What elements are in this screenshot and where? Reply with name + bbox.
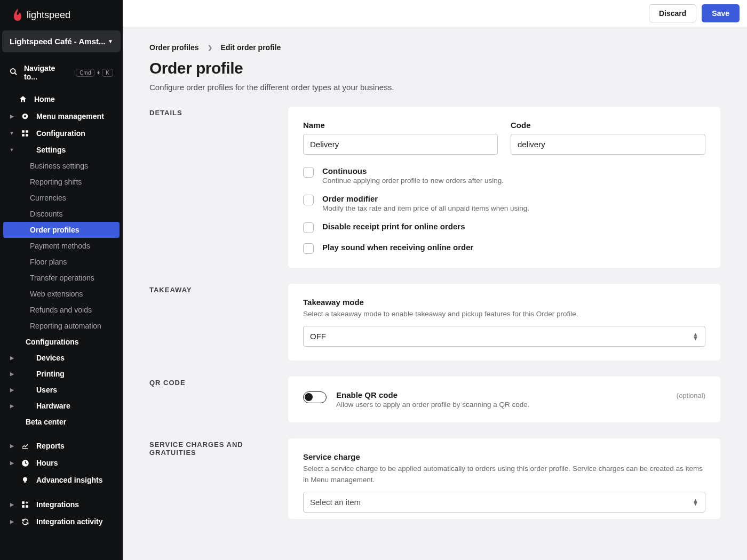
nav-users[interactable]: ▶ Users (0, 382, 123, 398)
caret-right-icon: ▶ (10, 502, 14, 507)
nav-configurations[interactable]: Configurations (0, 334, 123, 350)
breadcrumb: Order profiles ❯ Edit order profile (149, 43, 720, 52)
takeaway-desc: Select a takeaway mode to enable takeawa… (303, 309, 705, 319)
continuous-checkbox[interactable] (303, 167, 314, 178)
nav-advanced-insights[interactable]: Advanced insights (0, 471, 123, 489)
breadcrumb-order-profiles[interactable]: Order profiles (149, 43, 199, 52)
disable-print-checkbox[interactable] (303, 222, 314, 233)
nav-transfer-operations[interactable]: Transfer operations (0, 270, 123, 286)
service-value: Select an item (310, 498, 361, 507)
nav-floor-plans[interactable]: Floor plans (0, 254, 123, 270)
play-sound-label: Play sound when receiving online order (322, 243, 705, 252)
nav: Home ▶ Menu management ▼ Configuration ▼… (0, 87, 123, 530)
service-heading: Service charge (303, 452, 705, 461)
nav-currencies[interactable]: Currencies (0, 190, 123, 206)
caret-down-icon: ▼ (10, 131, 14, 136)
disable-print-label: Disable receipt print for online orders (322, 222, 705, 231)
qr-optional: (optional) (677, 391, 705, 399)
takeaway-value: OFF (310, 332, 326, 341)
caret-right-icon: ▶ (10, 387, 14, 393)
nav-payment-methods[interactable]: Payment methods (0, 238, 123, 254)
nav-discounts[interactable]: Discounts (0, 206, 123, 222)
home-icon (18, 95, 28, 103)
business-selector[interactable]: Lightspeed Café - Amst... ▼ (2, 30, 121, 52)
caret-right-icon: ▶ (10, 403, 14, 409)
nav-beta-center[interactable]: Beta center (0, 414, 123, 430)
nav-printing[interactable]: ▶ Printing (0, 366, 123, 382)
nav-reporting-automation[interactable]: Reporting automation (0, 318, 123, 334)
svg-rect-7 (26, 134, 28, 137)
name-input[interactable] (303, 134, 498, 155)
content: Order profiles ❯ Edit order profile Orde… (123, 27, 747, 560)
section-label-details: DETAILS (149, 107, 267, 268)
caret-right-icon: ▶ (10, 355, 14, 361)
qr-toggle[interactable] (303, 391, 327, 403)
discard-button[interactable]: Discard (649, 4, 696, 22)
svg-line-1 (14, 73, 17, 75)
nav-menu-management[interactable]: ▶ Menu management (0, 108, 123, 125)
nav-hours[interactable]: ▶ Hours (0, 454, 123, 471)
updown-icon: ▲▼ (693, 499, 698, 506)
svg-rect-4 (22, 130, 25, 133)
svg-rect-5 (26, 130, 28, 133)
chevron-right-icon: ❯ (208, 44, 212, 51)
nav-business-settings[interactable]: Business settings (0, 158, 123, 174)
service-select[interactable]: Select an item ▲▼ (303, 492, 705, 513)
section-label-takeaway: TAKEAWAY (149, 284, 267, 361)
page-subtitle: Configure order profiles for the differe… (149, 83, 720, 92)
nav-integration-activity[interactable]: ▶ Integration activity (0, 513, 123, 530)
clock-icon (20, 459, 30, 467)
takeaway-heading: Takeaway mode (303, 298, 705, 307)
modifier-desc: Modify the tax rate and item price of al… (322, 204, 705, 212)
nav-web-extensions[interactable]: Web extensions (0, 286, 123, 302)
nav-order-profiles[interactable]: Order profiles (3, 222, 120, 238)
details-card: Name Code Continuous Continue applying o… (288, 107, 720, 268)
qr-heading: Enable QR code (336, 390, 398, 399)
menu-icon (20, 112, 30, 121)
nav-hardware[interactable]: ▶ Hardware (0, 398, 123, 414)
code-input[interactable] (511, 134, 705, 155)
section-label-qrcode: QR CODE (149, 377, 267, 422)
page-title: Order profile (149, 59, 720, 77)
caret-right-icon: ▶ (10, 519, 14, 524)
svg-rect-6 (22, 134, 25, 137)
takeaway-select[interactable]: OFF ▲▼ (303, 326, 705, 347)
play-sound-checkbox[interactable] (303, 243, 314, 254)
nav-configuration[interactable]: ▼ Configuration (0, 125, 123, 142)
svg-point-0 (11, 69, 15, 74)
nav-reporting-shifts[interactable]: Reporting shifts (0, 174, 123, 190)
svg-rect-13 (22, 505, 25, 508)
updown-icon: ▲▼ (693, 333, 698, 340)
nav-devices[interactable]: ▶ Devices (0, 350, 123, 366)
business-name: Lightspeed Café - Amst... (10, 37, 105, 46)
nav-refunds-voids[interactable]: Refunds and voids (0, 302, 123, 318)
service-card: Service charge Select a service charge t… (288, 438, 720, 519)
continuous-label: Continuous (322, 166, 705, 175)
order-modifier-checkbox[interactable] (303, 195, 314, 205)
caret-down-icon: ▼ (10, 147, 14, 153)
nav-reports[interactable]: ▶ Reports (0, 437, 123, 454)
sidebar: lightspeed Lightspeed Café - Amst... ▼ N… (0, 0, 123, 560)
qrcode-card: Enable QR code (optional) Allow users to… (288, 377, 720, 422)
section-label-service: SERVICE CHARGES AND GRATUITIES (149, 438, 267, 519)
nav-integrations[interactable]: ▶ Integrations (0, 496, 123, 513)
navigate-label: Navigate to... (24, 64, 69, 81)
nav-settings[interactable]: ▼ Settings (0, 142, 123, 158)
grid-icon (20, 130, 30, 137)
name-label: Name (303, 121, 498, 130)
save-button[interactable]: Save (702, 4, 740, 22)
breadcrumb-current: Edit order profile (221, 43, 281, 52)
plus-grid-icon (20, 501, 30, 508)
nav-home[interactable]: Home (0, 91, 123, 108)
brand-logo[interactable]: lightspeed (0, 0, 123, 28)
svg-rect-12 (22, 501, 25, 504)
svg-rect-14 (26, 505, 28, 508)
kbd-hint: Cmd + K (76, 69, 113, 77)
svg-rect-11 (24, 482, 26, 483)
caret-right-icon: ▶ (10, 114, 14, 119)
section-details: DETAILS Name Code Continuous (149, 107, 720, 268)
modifier-label: Order modifier (322, 194, 705, 203)
navigate-to[interactable]: Navigate to... Cmd + K (0, 58, 123, 87)
search-icon (10, 68, 18, 77)
code-label: Code (511, 121, 705, 130)
